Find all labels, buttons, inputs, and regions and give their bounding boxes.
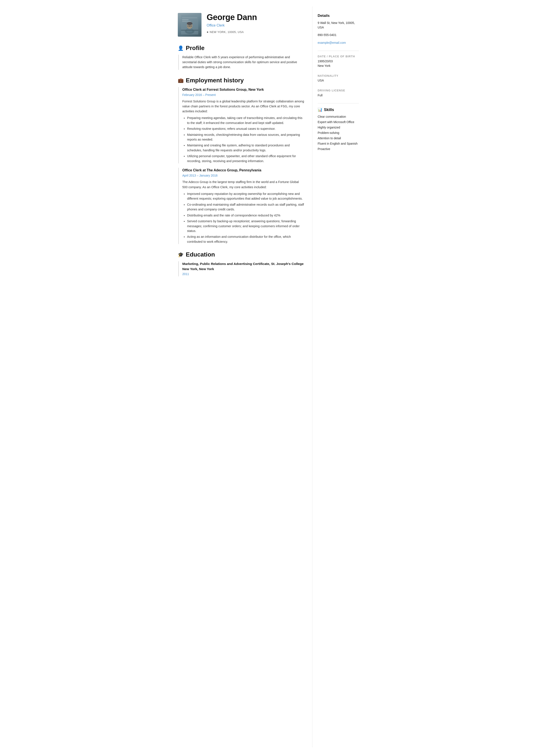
list-item: Co-ordinating and maintaining staff admi… — [187, 202, 305, 212]
education-entry-1: Marketing, Public Relations and Advertis… — [178, 261, 305, 276]
sidebar-nationality-value: USA — [318, 78, 359, 83]
list-item: Preparing meeting agendas, taking care o… — [187, 116, 305, 125]
employment-icon: 💼 — [178, 77, 184, 84]
profile-icon: 👤 — [178, 45, 184, 52]
job-title-2: Office Clerk at The Adecco Group, Pennsy… — [182, 168, 305, 173]
sidebar-details-title: Details — [318, 13, 359, 18]
list-item: Improved company reputation by accepting… — [187, 191, 305, 201]
skill-item: Fluent in English and Spanish — [318, 141, 359, 146]
sidebar-details: Details 9 Wall St, New York, 10005, USA … — [318, 13, 359, 45]
edu-degree-1: Marketing, Public Relations and Advertis… — [182, 261, 305, 271]
list-item: Maintaining and creating file system, ad… — [187, 143, 305, 153]
sidebar-driving: DRIVING LICENSE Full — [318, 88, 359, 98]
sidebar: Details 9 Wall St, New York, 10005, USA … — [312, 7, 364, 747]
sidebar-skills-heading: 📊 Skills — [318, 107, 359, 113]
job-title-1: Office Clerk at Forrest Solutions Group,… — [182, 87, 305, 92]
sidebar-phone: 890-555-0401 — [318, 33, 359, 37]
profile-section: 👤 Profile Reliable Office Clerk with 5 y… — [178, 43, 305, 70]
sidebar-divider-1 — [318, 51, 359, 51]
list-item: Distributing emails and the rate of corr… — [187, 213, 305, 218]
education-icon: 🎓 — [178, 251, 184, 258]
job-bullets-2: Improved company reputation by accepting… — [182, 191, 305, 244]
svg-rect-11 — [181, 30, 198, 31]
list-item: Resolving routine questions; refers unus… — [187, 126, 305, 131]
skill-item: Clear communication — [318, 115, 359, 119]
job-desc-1: Forrest Solutions Group is a global lead… — [182, 99, 305, 114]
candidate-location: ● NEW YORK, 10005, USA — [207, 30, 305, 34]
header-info: George Dann Office Clerk ● NEW YORK, 100… — [207, 13, 305, 34]
resume-header: George Dann Office Clerk ● NEW YORK, 100… — [178, 13, 305, 37]
sidebar-nationality: NATIONALITY USA — [318, 74, 359, 83]
skill-item: Problem-solving — [318, 131, 359, 135]
list-item: Utilizing personal computer, typewriter,… — [187, 154, 305, 163]
job-block-1: Office Clerk at Forrest Solutions Group,… — [178, 87, 305, 164]
job-block-2: Office Clerk at The Adecco Group, Pennsy… — [178, 168, 305, 244]
candidate-name: George Dann — [207, 13, 305, 22]
job-dates-2: April 2013 – January 2016 — [182, 173, 305, 178]
job-bullets-1: Preparing meeting agendas, taking care o… — [182, 116, 305, 163]
sidebar-dob-value: 1995/20/03 New York — [318, 59, 359, 68]
sidebar-driving-label: DRIVING LICENSE — [318, 88, 359, 93]
candidate-title: Office Clerk — [207, 23, 305, 28]
sidebar-email[interactable]: example@email.com — [318, 41, 346, 44]
skill-item: Attention to detail — [318, 136, 359, 141]
education-section-title: Education — [186, 250, 215, 259]
employment-section: 💼 Employment history Office Clerk at For… — [178, 76, 305, 244]
svg-rect-1 — [182, 17, 197, 18]
location-pin-icon: ● — [207, 30, 209, 34]
education-section-header: 🎓 Education — [178, 250, 305, 259]
list-item: Acting as an information and communicati… — [187, 234, 305, 244]
skill-item: Expert with Microsoft Office — [318, 120, 359, 124]
sidebar-nationality-label: NATIONALITY — [318, 74, 359, 78]
skill-item: Highly organized — [318, 125, 359, 130]
profile-section-header: 👤 Profile — [178, 43, 305, 53]
job-dates-1: February 2016 – Present — [182, 93, 305, 97]
sidebar-address: 9 Wall St, New York, 10005, USA — [318, 21, 359, 30]
svg-rect-2 — [182, 19, 189, 20]
profile-section-title: Profile — [186, 43, 204, 53]
profile-content: Reliable Office Clerk with 5 years exper… — [178, 55, 305, 70]
education-section: 🎓 Education Marketing, Public Relations … — [178, 250, 305, 276]
employment-section-title: Employment history — [186, 76, 244, 85]
svg-rect-3 — [182, 21, 191, 22]
employment-section-header: 💼 Employment history — [178, 76, 305, 85]
edu-year-1: 2011 — [182, 272, 305, 276]
sidebar-skills: 📊 Skills Clear communication Expert with… — [318, 107, 359, 151]
sidebar-dob: DATE / PLACE OF BIRTH 1995/20/03 New Yor… — [318, 54, 359, 68]
skills-bar-icon: 📊 — [318, 107, 322, 113]
svg-point-7 — [187, 22, 193, 25]
sidebar-dob-label: DATE / PLACE OF BIRTH — [318, 54, 359, 59]
profile-text: Reliable Office Clerk with 5 years exper… — [182, 55, 305, 70]
list-item: Maintaining records, checking/retrieving… — [187, 132, 305, 142]
sidebar-driving-value: Full — [318, 93, 359, 98]
job-desc-2: The Adecco Group is the largest temp sta… — [182, 179, 305, 189]
avatar — [178, 13, 201, 37]
list-item: Served customers by backing-up reception… — [187, 219, 305, 233]
skill-item: Proactive — [318, 147, 359, 151]
